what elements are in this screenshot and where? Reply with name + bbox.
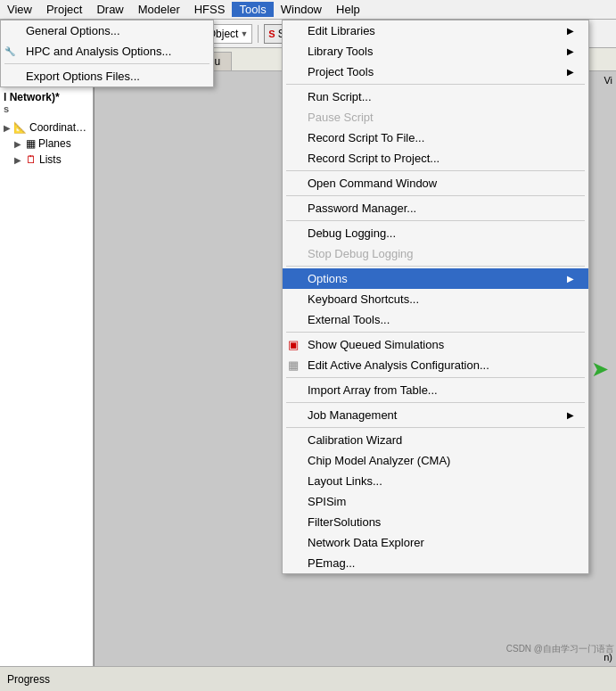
run-script-label: Run Script... [308, 90, 372, 103]
spisim-label: SPISim [308, 495, 346, 508]
pause-script-label: Pause Script [308, 111, 374, 124]
submenu-arrow-options: ▶ [567, 274, 574, 284]
menu-network-data-explorer[interactable]: Network Data Explorer [283, 532, 588, 553]
chip-model-analyzer-label: Chip Model Analyzer (CMA) [308, 454, 450, 467]
green-arrow-icon: ➤ [591, 357, 609, 382]
dropdown-arrow-icon: ▼ [240, 29, 248, 38]
left-panel: 📌 ✕ l Network)* s ▶ 📐 Coordinate System … [0, 71, 94, 666]
stop-debug-logging-label: Stop Debug Logging [308, 247, 414, 260]
menu-spisim[interactable]: SPISim [283, 491, 588, 512]
progress-label: Progress [7, 673, 50, 686]
password-manager-label: Password Manager... [308, 202, 416, 215]
menu-pause-script: Pause Script [283, 107, 588, 128]
menu-export-options[interactable]: Export Options Files... [1, 66, 213, 86]
right-panel-label: Vi [604, 75, 612, 86]
menu-draw[interactable]: Draw [89, 2, 130, 17]
menu-debug-logging[interactable]: Debug Logging... [283, 223, 588, 243]
options-separator [4, 63, 209, 64]
calibration-wizard-label: Calibration Wizard [308, 433, 402, 447]
menu-tools[interactable]: Tools [232, 2, 273, 17]
toolbar-separator-2 [258, 25, 259, 43]
general-options-label: General Options... [26, 24, 120, 37]
menu-stop-debug-logging: Stop Debug Logging [283, 243, 588, 264]
menu-import-array[interactable]: Import Array from Table... [283, 380, 588, 400]
menu-hpc-options[interactable]: 🔧 HPC and Analysis Options... [1, 41, 213, 62]
menu-window[interactable]: Window [274, 2, 329, 17]
coordinate-system-icon: 📐 [13, 121, 27, 134]
menu-external-tools[interactable]: External Tools... [283, 309, 588, 330]
menu-edit-active-analysis[interactable]: ▦ Edit Active Analysis Configuration... [283, 355, 588, 375]
options-label: Options [308, 272, 348, 285]
menu-open-command-window[interactable]: Open Command Window [283, 173, 588, 193]
menu-record-script-file[interactable]: Record Script To File... [283, 128, 588, 148]
menu-password-manager[interactable]: Password Manager... [283, 198, 588, 218]
analysis-config-icon: ▦ [288, 358, 299, 372]
menu-options[interactable]: Options ▶ [283, 268, 588, 289]
import-array-label: Import Array from Table... [308, 383, 438, 397]
network-label-area: l Network)* s [0, 87, 93, 118]
menu-hfss[interactable]: HFSS [187, 2, 233, 17]
menu-edit-libraries[interactable]: Edit Libraries ▶ [283, 21, 588, 41]
queued-sim-icon: ▣ [288, 338, 299, 351]
tools-menu[interactable]: Edit Libraries ▶ Library Tools ▶ Project… [282, 20, 589, 574]
sep-8 [286, 402, 585, 403]
sep-3 [286, 195, 585, 196]
debug-logging-label: Debug Logging... [308, 226, 396, 240]
menu-show-queued-simulations[interactable]: ▣ Show Queued Simulations [283, 334, 588, 355]
project-tools-label: Project Tools [308, 65, 374, 78]
menu-layout-links[interactable]: Layout Links... [283, 471, 588, 491]
network-data-explorer-label: Network Data Explorer [308, 536, 424, 549]
options-submenu[interactable]: General Options... 🔧 HPC and Analysis Op… [0, 20, 214, 87]
tree-label-planes: Planes [38, 137, 71, 150]
menu-general-options[interactable]: General Options... [1, 21, 213, 41]
sep-2 [286, 170, 585, 171]
sep-9 [286, 427, 585, 428]
menu-run-script[interactable]: Run Script... [283, 86, 588, 107]
filtersolutions-label: FilterSolutions [308, 515, 381, 529]
tree-label-coordinate-system: Coordinate System [29, 121, 89, 134]
submenu-arrow-edit-libraries: ▶ [567, 26, 574, 36]
menu-chip-model-analyzer[interactable]: Chip Model Analyzer (CMA) [283, 450, 588, 471]
library-tools-label: Library Tools [308, 45, 373, 58]
menu-calibration-wizard[interactable]: Calibration Wizard [283, 430, 588, 450]
network-sub1: s [4, 103, 89, 114]
external-tools-label: External Tools... [308, 313, 390, 326]
sep-6 [286, 332, 585, 333]
menu-job-management[interactable]: Job Management ▶ [283, 405, 588, 425]
sep-4 [286, 220, 585, 221]
menu-pemag[interactable]: PEmag... [283, 553, 588, 573]
menu-modeler[interactable]: Modeler [131, 2, 187, 17]
right-panel-label2: n) [604, 652, 612, 662]
hpc-icon: 🔧 [4, 46, 15, 56]
menu-filtersolutions[interactable]: FilterSolutions [283, 512, 588, 532]
submenu-arrow-project-tools: ▶ [567, 67, 574, 77]
export-options-label: Export Options Files... [26, 70, 140, 83]
hpc-options-label: HPC and Analysis Options... [26, 45, 171, 58]
planes-icon: ▦ [26, 137, 36, 150]
menu-help[interactable]: Help [329, 2, 367, 17]
show-queued-simulations-label: Show Queued Simulations [308, 338, 444, 351]
tree-item-lists[interactable]: ▶ 🗒 Lists [2, 152, 91, 168]
tree-item-planes[interactable]: ▶ ▦ Planes [2, 136, 91, 152]
menu-project-tools[interactable]: Project Tools ▶ [283, 62, 588, 82]
lists-icon: 🗒 [26, 153, 37, 166]
open-command-window-label: Open Command Window [308, 177, 437, 190]
menu-library-tools[interactable]: Library Tools ▶ [283, 41, 588, 62]
menu-project[interactable]: Project [39, 2, 89, 17]
menu-bar: View Project Draw Modeler HFSS Tools Win… [0, 0, 616, 20]
sep-1 [286, 84, 585, 85]
expander-icon: ▶ [4, 123, 11, 133]
expander-icon-planes: ▶ [14, 139, 23, 149]
progress-bar: Progress [0, 666, 616, 691]
menu-record-script-project[interactable]: Record Script to Project... [283, 148, 588, 169]
edit-libraries-label: Edit Libraries [308, 24, 375, 37]
pemag-label: PEmag... [308, 556, 355, 570]
menu-keyboard-shortcuts[interactable]: Keyboard Shortcuts... [283, 289, 588, 309]
record-script-file-label: Record Script To File... [308, 131, 424, 144]
menu-view[interactable]: View [0, 2, 39, 17]
sep-5 [286, 266, 585, 267]
tree-label-lists: Lists [39, 153, 62, 166]
network-label: l Network)* [4, 91, 89, 103]
tree-item-coordinate-system[interactable]: ▶ 📐 Coordinate System [2, 119, 91, 136]
edit-active-analysis-label: Edit Active Analysis Configuration... [308, 358, 489, 372]
